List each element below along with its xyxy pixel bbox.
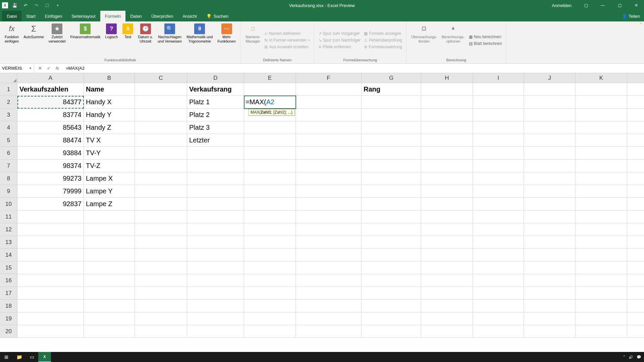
cell-G14[interactable] (362, 249, 421, 261)
row-header-10[interactable]: 10 (0, 198, 17, 210)
cell-B16[interactable] (84, 274, 135, 287)
cell-K8[interactable] (576, 172, 627, 185)
cell-G17[interactable] (362, 287, 421, 300)
cell-x19[interactable] (627, 312, 644, 325)
cell-F14[interactable] (296, 249, 362, 261)
cell-D13[interactable] (187, 236, 244, 249)
cell-J20[interactable] (524, 325, 576, 338)
undo-icon[interactable]: ↶ (21, 1, 30, 9)
row-header-5[interactable]: 5 (0, 134, 17, 147)
cell-I17[interactable] (473, 287, 524, 300)
cell-J15[interactable] (524, 261, 576, 274)
cell-G7[interactable] (362, 160, 421, 172)
action-center-icon[interactable]: 💬 (637, 355, 641, 359)
cell-G10[interactable] (362, 198, 421, 210)
more-functions-button[interactable]: ⋯ Mehr Funktionen (215, 23, 237, 57)
cell-E11[interactable] (244, 210, 296, 223)
cell-F5[interactable] (296, 134, 362, 147)
cell-H15[interactable] (421, 261, 473, 274)
calc-now-button[interactable]: ▦Neu berechnen (468, 34, 503, 40)
row-header-20[interactable]: 20 (0, 325, 17, 338)
cell-B3[interactable]: Handy Y (84, 109, 135, 121)
cell-D15[interactable] (187, 261, 244, 274)
cell-J3[interactable] (524, 109, 576, 121)
cell-B14[interactable] (84, 249, 135, 261)
volume-icon[interactable]: 🔊 (629, 355, 633, 359)
cell-I3[interactable] (473, 109, 524, 121)
cancel-formula-button[interactable]: ✕ (36, 66, 44, 71)
tab-layout[interactable]: Seitenlayout (67, 11, 100, 21)
cell-C4[interactable] (135, 121, 187, 134)
cell-K2[interactable] (576, 96, 627, 109)
cell-K16[interactable] (576, 274, 627, 287)
cell-J4[interactable] (524, 121, 576, 134)
cell-B15[interactable] (84, 261, 135, 274)
select-all-corner[interactable] (0, 73, 17, 83)
cell-F10[interactable] (296, 198, 362, 210)
cell-I10[interactable] (473, 198, 524, 210)
cell-J17[interactable] (524, 287, 576, 300)
cell-F2[interactable] (296, 96, 362, 109)
cell-D14[interactable] (187, 249, 244, 261)
cell-G1[interactable]: Rang (362, 83, 421, 96)
cell-F15[interactable] (296, 261, 362, 274)
cell-I4[interactable] (473, 121, 524, 134)
insert-function-button[interactable]: fx Funktion einfügen (3, 23, 21, 57)
column-header-K[interactable]: K (576, 73, 627, 83)
cell-C16[interactable] (135, 274, 187, 287)
cell-E1[interactable] (244, 83, 296, 96)
cell-H1[interactable] (421, 83, 473, 96)
cell-J2[interactable] (524, 96, 576, 109)
calc-sheet-button[interactable]: ▤Blatt berechnen (468, 41, 503, 47)
cell-I5[interactable] (473, 134, 524, 147)
cell-H7[interactable] (421, 160, 473, 172)
tab-review[interactable]: Überprüfen (147, 11, 178, 21)
cell-J10[interactable] (524, 198, 576, 210)
cell-F17[interactable] (296, 287, 362, 300)
row-header-7[interactable]: 7 (0, 160, 17, 172)
cell-C11[interactable] (135, 210, 187, 223)
cell-A2[interactable]: 84377 (17, 96, 84, 109)
cell-I2[interactable] (473, 96, 524, 109)
cell-E16[interactable] (244, 274, 296, 287)
cell-J14[interactable] (524, 249, 576, 261)
touch-mode-icon[interactable]: ☐ (43, 1, 51, 9)
cell-G4[interactable] (362, 121, 421, 134)
row-header-11[interactable]: 11 (0, 210, 17, 223)
cell-x18[interactable] (627, 300, 644, 312)
cell-A9[interactable]: 79999 (17, 185, 84, 198)
name-box-dropdown-icon[interactable]: ▼ (29, 67, 32, 70)
autosum-button[interactable]: Σ AutoSumme (21, 23, 46, 57)
cell-G12[interactable] (362, 223, 421, 236)
cell-A4[interactable]: 85643 (17, 121, 84, 134)
financial-button[interactable]: $ Finanzmathematik (68, 23, 103, 57)
cell-B12[interactable] (84, 223, 135, 236)
tab-insert[interactable]: Einfügen (40, 11, 67, 21)
cell-D6[interactable] (187, 147, 244, 160)
show-formulas-button[interactable]: ▦Formeln anzeigen (363, 31, 404, 37)
cell-D10[interactable] (187, 198, 244, 210)
lookup-button[interactable]: 🔍 Nachschlagen und Verweisen (156, 23, 184, 57)
cell-A5[interactable]: 88474 (17, 134, 84, 147)
cell-F4[interactable] (296, 121, 362, 134)
cell-K12[interactable] (576, 223, 627, 236)
cell-x13[interactable] (627, 236, 644, 249)
cell-C15[interactable] (135, 261, 187, 274)
cell-A17[interactable] (17, 287, 84, 300)
cell-C2[interactable] (135, 96, 187, 109)
cell-G8[interactable] (362, 172, 421, 185)
cell-H19[interactable] (421, 312, 473, 325)
watch-window-button[interactable]: 🔲 Überwachungs- fenster (409, 23, 439, 57)
create-from-selection-button[interactable]: ⊞Aus Auswahl erstellen (263, 44, 311, 50)
cell-K4[interactable] (576, 121, 627, 134)
cell-J13[interactable] (524, 236, 576, 249)
sign-in-link[interactable]: Anmelden (546, 3, 577, 8)
row-header-15[interactable]: 15 (0, 261, 17, 274)
cell-J5[interactable] (524, 134, 576, 147)
cell-A1[interactable]: Verkaufszahlen (17, 83, 84, 96)
datetime-button[interactable]: 🕐 Datum u. Uhrzeit (136, 23, 155, 57)
row-header-3[interactable]: 3 (0, 109, 17, 121)
cell-B7[interactable]: TV-Z (84, 160, 135, 172)
redo-icon[interactable]: ↷ (32, 1, 40, 9)
qat-customize-icon[interactable]: ▾ (54, 1, 62, 9)
